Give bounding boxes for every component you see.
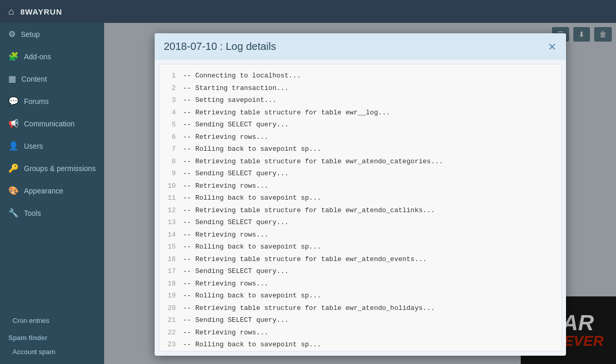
sidebar-item-content[interactable]: ▦ Content <box>0 68 104 90</box>
setup-icon: ⚙ <box>8 29 16 39</box>
log-row: 19 -- Rolling back to savepoint sp... <box>165 290 556 302</box>
log-line-number: 12 <box>165 204 181 217</box>
log-line-number: 18 <box>165 278 181 290</box>
log-row: 7 -- Rolling back to savepoint sp... <box>165 143 556 155</box>
log-row: 12 -- Retrieving table structure for tab… <box>165 204 556 217</box>
app-title: 8WAYRUN <box>20 7 62 16</box>
groups-icon: 🔑 <box>8 163 19 173</box>
log-line-text: -- Retrieving table structure for table … <box>181 302 556 315</box>
log-line-text: -- Sending SELECT query... <box>181 314 556 327</box>
log-line-text: -- Starting transaction... <box>181 82 556 95</box>
sidebar-item-forums[interactable]: 💬 Forums <box>0 90 104 112</box>
log-line-number: 2 <box>165 82 181 95</box>
log-row: 4 -- Retrieving table structure for tabl… <box>165 107 556 119</box>
log-row: 8 -- Retrieving table structure for tabl… <box>165 155 556 168</box>
log-line-number: 6 <box>165 131 181 144</box>
log-row: 18 -- Retrieving rows... <box>165 278 556 290</box>
log-line-text: -- Retrieving table structure for table … <box>181 351 556 352</box>
content-icon: ▦ <box>8 74 16 84</box>
log-row: 11 -- Rolling back to savepoint sp... <box>165 192 556 204</box>
modal-backdrop: 2018-07-10 : Log details ✕ 1 -- Connecti… <box>104 23 616 364</box>
home-icon[interactable]: ⌂ <box>8 6 14 17</box>
sidebar-item-forums-label: Forums <box>24 97 48 106</box>
top-navbar: ⌂ 8WAYRUN <box>0 0 616 23</box>
sidebar-item-spam-finder[interactable]: Spam finder <box>0 329 104 344</box>
log-line-text: -- Connecting to localhost... <box>181 70 556 82</box>
log-table: 1 -- Connecting to localhost... 2 -- Sta… <box>165 70 556 352</box>
log-line-number: 13 <box>165 216 181 229</box>
sidebar-item-appearance[interactable]: 🎨 Appearance <box>0 179 104 202</box>
sidebar-item-account-spam[interactable]: Account spam <box>0 344 104 360</box>
sidebar-item-communication[interactable]: 📢 Communication <box>0 112 104 135</box>
communication-icon: 📢 <box>8 119 19 128</box>
log-row: 13 -- Sending SELECT query... <box>165 216 556 229</box>
log-line-number: 23 <box>165 339 181 351</box>
log-line-number: 1 <box>165 70 181 82</box>
log-line-text: -- Retrieving rows... <box>181 180 556 192</box>
log-row: 17 -- Sending SELECT query... <box>165 265 556 278</box>
log-line-number: 7 <box>165 143 181 155</box>
sidebar-item-communication-label: Communication <box>24 120 74 128</box>
log-line-text: -- Rolling back to savepoint sp... <box>181 241 556 253</box>
log-line-text: -- Rolling back to savepoint sp... <box>181 339 556 351</box>
log-line-number: 19 <box>165 290 181 302</box>
sidebar-item-addons-label: Add-ons <box>24 53 51 61</box>
sidebar-item-users-label: Users <box>24 142 43 150</box>
sidebar-item-groups-label: Groups & permissions <box>24 164 96 173</box>
content-area: ☰ ⬇ 🗑 2018-07-10 : Log details ✕ 1 -- Co… <box>104 23 616 364</box>
addons-icon: 🧩 <box>8 51 19 61</box>
log-line-text: -- Retrieving table structure for table … <box>181 155 556 168</box>
log-line-number: 20 <box>165 302 181 315</box>
users-icon: 👤 <box>8 141 19 151</box>
log-line-number: 3 <box>165 94 181 107</box>
log-row: 16 -- Retrieving table structure for tab… <box>165 253 556 266</box>
sidebar-bottom: Cron entries Spam finder Account spam <box>0 308 104 364</box>
log-line-number: 11 <box>165 192 181 204</box>
sidebar-item-content-label: Content <box>21 75 47 83</box>
log-line-number: 24 <box>165 351 181 352</box>
log-line-text: -- Sending SELECT query... <box>181 216 556 229</box>
log-line-text: -- Retrieving table structure for table … <box>181 107 556 119</box>
sidebar-item-appearance-label: Appearance <box>24 187 64 195</box>
log-row: 5 -- Sending SELECT query... <box>165 119 556 131</box>
log-row: 24 -- Retrieving table structure for tab… <box>165 351 556 352</box>
modal-close-button[interactable]: ✕ <box>548 42 557 52</box>
sidebar-item-tools-label: Tools <box>24 209 41 217</box>
log-line-text: -- Retrieving table structure for table … <box>181 204 556 217</box>
log-line-number: 10 <box>165 180 181 192</box>
sidebar-item-addons[interactable]: 🧩 Add-ons <box>0 45 104 68</box>
log-line-number: 9 <box>165 167 181 180</box>
sidebar-item-groups[interactable]: 🔑 Groups & permissions <box>0 157 104 179</box>
log-row: 14 -- Retrieving rows... <box>165 229 556 241</box>
log-row: 1 -- Connecting to localhost... <box>165 70 556 82</box>
sidebar-item-setup-label: Setup <box>21 30 40 38</box>
main-layout: ⚙ Setup 🧩 Add-ons ▦ Content 💬 Forums 📢 C… <box>0 23 616 364</box>
log-line-text: -- Sending SELECT query... <box>181 167 556 180</box>
sidebar-item-cron-entries[interactable]: Cron entries <box>0 313 104 329</box>
log-line-text: -- Rolling back to savepoint sp... <box>181 192 556 204</box>
log-row: 2 -- Starting transaction... <box>165 82 556 95</box>
forums-icon: 💬 <box>8 96 19 106</box>
appearance-icon: 🎨 <box>8 186 19 196</box>
log-row: 22 -- Retrieving rows... <box>165 327 556 339</box>
log-row: 15 -- Rolling back to savepoint sp... <box>165 241 556 253</box>
modal-header: 2018-07-10 : Log details ✕ <box>155 33 566 60</box>
log-line-number: 22 <box>165 327 181 339</box>
log-line-number: 14 <box>165 229 181 241</box>
log-line-text: -- Retrieving table structure for table … <box>181 253 556 266</box>
log-row: 10 -- Retrieving rows... <box>165 180 556 192</box>
log-line-number: 16 <box>165 253 181 266</box>
log-line-number: 4 <box>165 107 181 119</box>
log-line-text: -- Rolling back to savepoint sp... <box>181 143 556 155</box>
modal-title: 2018-07-10 : Log details <box>164 41 276 53</box>
sidebar-item-tools[interactable]: 🔧 Tools <box>0 202 104 224</box>
log-line-number: 21 <box>165 314 181 327</box>
log-line-number: 5 <box>165 119 181 131</box>
log-row: 23 -- Rolling back to savepoint sp... <box>165 339 556 351</box>
log-details-modal: 2018-07-10 : Log details ✕ 1 -- Connecti… <box>155 33 566 356</box>
sidebar-item-users[interactable]: 👤 Users <box>0 135 104 157</box>
log-line-text: -- Retrieving rows... <box>181 229 556 241</box>
log-row: 6 -- Retrieving rows... <box>165 131 556 144</box>
sidebar-item-setup[interactable]: ⚙ Setup <box>0 23 104 45</box>
log-container[interactable]: 1 -- Connecting to localhost... 2 -- Sta… <box>159 64 562 352</box>
